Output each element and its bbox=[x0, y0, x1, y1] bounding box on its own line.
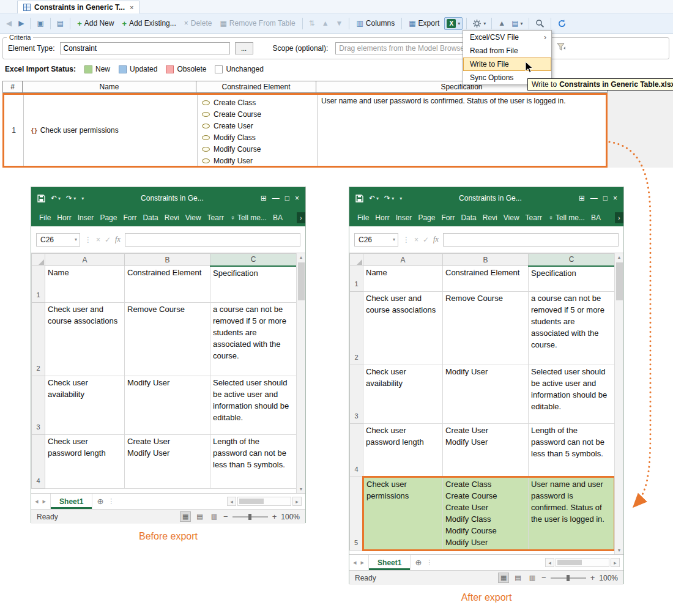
tab-team[interactable]: Tearr bbox=[522, 213, 545, 222]
row-specification-cell[interactable]: User name and user password is confirmed… bbox=[318, 95, 606, 166]
sheet-tab[interactable]: Sheet1 bbox=[368, 555, 411, 570]
scroll-up-icon[interactable]: ▲ bbox=[617, 253, 622, 261]
menu-item-write-to-file[interactable]: Write to File bbox=[463, 58, 551, 71]
scroll-up-icon[interactable]: ▲ bbox=[299, 253, 303, 261]
zoom-level[interactable]: 100% bbox=[281, 513, 300, 521]
reorder-icon[interactable]: ⇅ bbox=[307, 18, 318, 29]
row-header-3[interactable]: 3 bbox=[32, 376, 45, 435]
back-icon[interactable]: ◀ bbox=[4, 18, 14, 29]
list-item[interactable]: Modify User bbox=[202, 155, 317, 166]
minimize-icon[interactable]: — bbox=[590, 194, 598, 202]
quick-access-caret-icon[interactable]: ▾ bbox=[81, 196, 84, 201]
quick-access-caret-icon[interactable]: ▾ bbox=[400, 196, 402, 201]
cell-c5[interactable]: User name and user password is confirmed… bbox=[529, 477, 615, 551]
zoom-slider-thumb[interactable] bbox=[248, 514, 251, 520]
row-header-2[interactable]: 2 bbox=[350, 292, 363, 365]
scroll-down-icon[interactable]: ▼ bbox=[299, 485, 303, 493]
add-sheet-icon[interactable]: ⊕ bbox=[97, 497, 103, 506]
forward-icon[interactable]: ▶ bbox=[16, 18, 26, 29]
page-layout-view-icon[interactable]: ▤ bbox=[513, 573, 522, 582]
tell-me-box[interactable]: ♀Tell me... bbox=[227, 213, 270, 222]
column-header-c[interactable]: C bbox=[529, 254, 615, 266]
row-name-cell[interactable]: { } Check user permissions bbox=[24, 95, 198, 166]
zoom-slider[interactable] bbox=[232, 516, 268, 518]
page-break-view-icon[interactable]: ▥ bbox=[209, 512, 219, 521]
ribbon-overflow-icon[interactable]: › bbox=[297, 212, 305, 223]
column-header-c[interactable]: C bbox=[210, 254, 297, 266]
sheet-next-icon[interactable]: ▸ bbox=[43, 497, 46, 505]
options-split-button[interactable]: ▾ bbox=[470, 18, 488, 29]
tab-review[interactable]: Revi bbox=[162, 213, 182, 222]
redo-icon[interactable]: ↷▾ bbox=[66, 194, 76, 202]
sheet-next-icon[interactable]: ▸ bbox=[361, 558, 365, 566]
formula-input[interactable] bbox=[125, 233, 300, 247]
insert-function-icon[interactable]: fx bbox=[115, 235, 121, 244]
list-item[interactable]: Create Course bbox=[202, 108, 317, 120]
close-icon[interactable]: × bbox=[295, 194, 299, 202]
cell-c2[interactable]: a course can not be removed if 5 or more… bbox=[529, 292, 615, 365]
search-icon[interactable] bbox=[533, 18, 547, 29]
export-button[interactable]: ▦ Export bbox=[406, 17, 442, 29]
table-row-selected[interactable]: 1 { } Check user permissions Create Clas… bbox=[2, 93, 608, 168]
column-header-a[interactable]: A bbox=[363, 254, 443, 266]
spreadsheet-grid[interactable]: A B C 1 Name Constrained Element Specifi… bbox=[31, 253, 297, 489]
scroll-right-icon[interactable]: ▸ bbox=[611, 558, 620, 567]
add-new-button[interactable]: + Add New bbox=[74, 17, 117, 30]
row-header-1[interactable]: 1 bbox=[32, 266, 45, 303]
column-header-a[interactable]: A bbox=[45, 254, 125, 266]
scrollbar-track[interactable] bbox=[237, 497, 291, 506]
normal-view-icon[interactable]: ▦ bbox=[499, 573, 508, 582]
cell-c2[interactable]: a course can not be removed if 5 or more… bbox=[210, 303, 297, 376]
cell-a4[interactable]: Check user password length bbox=[45, 435, 125, 489]
vertical-scrollbar[interactable]: ▲ ▼ bbox=[614, 253, 623, 554]
cell-c3[interactable]: Selected user should be active user and … bbox=[210, 376, 297, 435]
tell-me-box[interactable]: ♀Tell me... bbox=[545, 213, 588, 222]
insert-function-icon[interactable]: fx bbox=[433, 235, 439, 244]
cell-a2[interactable]: Check user and course associations bbox=[45, 303, 125, 376]
tab-team[interactable]: Tearr bbox=[204, 213, 227, 222]
sheet-tab[interactable]: Sheet1 bbox=[50, 494, 92, 509]
collapse-icon[interactable]: ▲ bbox=[496, 18, 508, 29]
cell-c3[interactable]: Selected user should be active user and … bbox=[529, 365, 615, 424]
row-header-4[interactable]: 4 bbox=[350, 424, 363, 477]
cell-b1[interactable]: Constrained Element bbox=[443, 266, 529, 292]
tab-file[interactable]: File bbox=[354, 213, 372, 222]
cell-b2[interactable]: Remove Course bbox=[125, 303, 210, 376]
scrollbar-thumb[interactable] bbox=[298, 262, 305, 300]
cell-c4[interactable]: Length of the password can not be less t… bbox=[529, 424, 615, 477]
scroll-left-icon[interactable]: ◂ bbox=[227, 497, 236, 506]
spreadsheet-grid[interactable]: A B C 1 Name Constrained Element Specifi… bbox=[349, 253, 615, 551]
tab-truncated[interactable]: BA bbox=[270, 213, 286, 222]
cell-a5[interactable]: Check user permissions bbox=[363, 477, 443, 551]
browse-button[interactable]: ... bbox=[235, 42, 253, 54]
scroll-down-icon[interactable]: ▼ bbox=[617, 546, 622, 554]
cancel-icon[interactable]: × bbox=[96, 236, 100, 244]
tab-truncated[interactable]: BA bbox=[588, 213, 604, 222]
cell-c4[interactable]: Length of the password can not be less t… bbox=[210, 435, 297, 489]
row-header-4[interactable]: 4 bbox=[32, 435, 45, 489]
list-item[interactable]: Create Class bbox=[202, 97, 317, 108]
sheet-prev-icon[interactable]: ◂ bbox=[353, 558, 357, 566]
close-icon[interactable]: × bbox=[613, 194, 617, 202]
zoom-in-icon[interactable]: + bbox=[590, 573, 595, 582]
cell-b3[interactable]: Modify User bbox=[125, 376, 210, 435]
zoom-out-icon[interactable]: − bbox=[223, 512, 228, 521]
save-icon[interactable] bbox=[355, 195, 363, 202]
scrollbar-track[interactable] bbox=[556, 558, 609, 567]
maximize-icon[interactable]: □ bbox=[285, 194, 289, 202]
ribbon-display-icon[interactable]: ⊞ bbox=[579, 194, 585, 202]
zoom-level[interactable]: 100% bbox=[599, 574, 618, 582]
zoom-slider[interactable] bbox=[551, 577, 586, 579]
select-all-button[interactable] bbox=[32, 254, 45, 266]
zoom-slider-thumb[interactable] bbox=[567, 575, 570, 581]
page-break-view-icon[interactable]: ▥ bbox=[527, 573, 537, 582]
horizontal-scrollbar[interactable]: ◂ ▸ bbox=[227, 497, 302, 506]
enter-icon[interactable]: ✓ bbox=[105, 236, 111, 244]
cell-b5[interactable]: Create Class Create Course Create User M… bbox=[443, 477, 529, 551]
row-header-3[interactable]: 3 bbox=[350, 365, 363, 424]
tab-data[interactable]: Data bbox=[139, 213, 161, 222]
move-up-icon[interactable]: ▲ bbox=[319, 18, 332, 29]
tab-insert[interactable]: Inser bbox=[75, 213, 97, 222]
cell-a1[interactable]: Name bbox=[363, 266, 443, 292]
cell-a1[interactable]: Name bbox=[45, 266, 125, 303]
